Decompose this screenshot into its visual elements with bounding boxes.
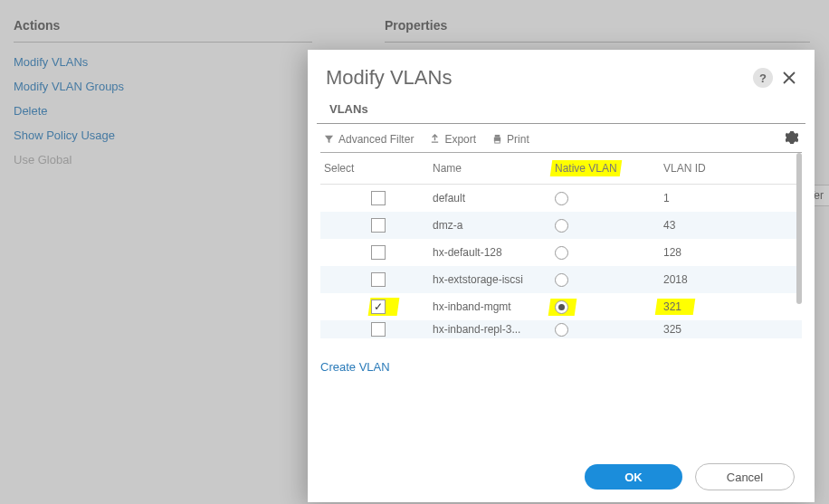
table-toolbar: Advanced Filter Export Print [320,124,802,153]
table-scrollbar[interactable] [796,153,802,320]
advanced-filter-button[interactable]: Advanced Filter [324,133,414,146]
table-row[interactable]: dmz-a43 [320,212,802,239]
table-body: default1dmz-a43hx-default-128128hx-extst… [320,185,802,343]
export-label: Export [444,133,476,146]
cancel-button[interactable]: Cancel [695,463,795,490]
native-vlan-radio[interactable] [555,323,568,337]
select-checkbox[interactable] [371,300,386,314]
row-vlan-id: 325 [663,323,791,336]
col-select[interactable]: Select [324,162,433,175]
row-vlan-id: 1 [663,192,791,204]
dialog-title: Modify VLANs [326,66,452,90]
col-vlan-id[interactable]: VLAN ID [663,162,791,175]
scrollbar-thumb[interactable] [796,153,802,304]
export-button[interactable]: Export [430,133,476,146]
vlans-table: Select Name Native VLAN VLAN ID default1… [320,153,802,347]
row-name: hx-default-128 [433,246,555,259]
select-checkbox[interactable] [371,191,386,205]
close-icon [782,71,796,85]
export-icon [430,134,440,144]
row-name: hx-inband-mgmt [433,300,555,313]
select-checkbox[interactable] [371,322,386,337]
col-native-label: Native VLAN [555,162,617,175]
print-button[interactable]: Print [492,133,529,146]
native-vlan-radio[interactable] [555,300,568,314]
close-button[interactable] [782,71,796,85]
dialog-header: Modify VLANs ? [308,50,815,97]
create-vlan-link[interactable]: Create VLAN [320,360,390,374]
native-vlan-radio[interactable] [555,219,568,233]
help-button[interactable]: ? [753,68,773,88]
native-vlan-radio[interactable] [555,246,568,260]
print-icon [492,134,502,144]
select-checkbox[interactable] [371,272,386,287]
native-vlan-radio[interactable] [555,192,568,205]
row-name: default [433,192,555,204]
modify-vlans-dialog: Modify VLANs ? VLANs Advanced Filter Exp… [308,50,815,502]
dialog-footer: OK Cancel [308,452,815,502]
table-row[interactable]: hx-extstorage-iscsi2018 [320,266,802,293]
table-row[interactable]: hx-inband-mgmt321 [320,293,802,320]
native-vlan-radio[interactable] [555,273,568,287]
ok-button[interactable]: OK [585,464,682,490]
gear-icon [786,131,798,144]
vlans-section-label: VLANs [317,97,805,124]
select-checkbox[interactable] [371,245,386,260]
row-vlan-id: 43 [663,219,791,232]
svg-rect-2 [495,140,500,143]
row-vlan-id: 128 [663,246,791,259]
row-vlan-id: 321 [663,300,791,313]
row-name: hx-extstorage-iscsi [433,273,555,286]
col-native[interactable]: Native VLAN [555,162,663,175]
col-name[interactable]: Name [433,162,555,175]
filter-icon [324,134,334,144]
row-name: hx-inband-repl-3... [433,323,555,336]
row-vlan-id: 2018 [663,273,791,286]
table-row[interactable]: hx-inband-repl-3...325 [320,320,802,338]
advanced-filter-label: Advanced Filter [338,133,414,146]
row-name: dmz-a [433,219,555,232]
print-label: Print [507,133,529,146]
table-header-row: Select Name Native VLAN VLAN ID [320,153,802,185]
svg-rect-1 [495,135,500,138]
table-settings-button[interactable] [786,131,798,147]
table-row[interactable]: hx-default-128128 [320,239,802,266]
select-checkbox[interactable] [371,218,386,233]
table-row[interactable]: default1 [320,185,802,212]
